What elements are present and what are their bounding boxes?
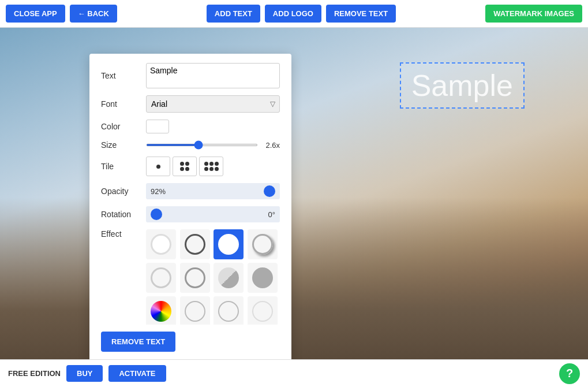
free-edition-label: FREE EDITION [8,369,61,378]
effect-3b-circle [185,301,205,322]
text-row: Text Sample [101,63,280,88]
effect-2b[interactable] [180,263,210,293]
add-text-button[interactable]: ADD TEXT [207,5,260,23]
watermark-sample-text: Sample [411,69,513,102]
tile-row: Tile [101,157,280,176]
effect-3a[interactable] [146,296,176,325]
watermark-preview[interactable]: Sample [400,62,525,109]
close-app-button[interactable]: CLOSE APP [6,5,65,23]
opacity-circle [264,185,275,197]
color-picker[interactable] [146,120,169,133]
dot3 [180,167,184,171]
main-area: Sample Text Sample Font Arial Times New … [0,28,588,359]
effect-2b-circle [185,267,205,288]
font-select-wrap: Arial Times New Roman Helvetica Verdana … [146,95,280,113]
effect-2d-circle [252,267,273,288]
size-slider-wrap: 2.6x [146,141,280,150]
rotation-control[interactable]: 0° [146,206,280,222]
effect-shadow[interactable] [248,229,278,259]
effect-2c[interactable] [214,263,244,293]
footer: FREE EDITION BUY ACTIVATE ? [0,359,588,387]
effect-wrap [146,229,280,325]
tile-six-dots [204,162,219,171]
effect-3c[interactable] [214,296,244,325]
tile-quad-button[interactable] [173,157,197,176]
activate-button[interactable]: ACTIVATE [108,365,166,382]
color-row: Color [101,120,280,133]
effect-selected[interactable] [214,229,244,259]
effect-2a-circle [151,267,171,288]
effect-3b[interactable] [180,296,210,325]
effect-none[interactable] [146,229,176,259]
tile-single-dot [156,165,160,169]
d1 [204,162,208,166]
add-logo-button[interactable]: ADD LOGO [265,5,321,23]
background-image: Sample Text Sample Font Arial Times New … [0,28,588,359]
dot4 [185,167,189,171]
tile-six-button[interactable] [199,157,223,176]
text-input[interactable]: Sample [146,63,280,88]
font-label: Font [101,99,140,109]
d5 [209,167,214,171]
font-row: Font Arial Times New Roman Helvetica Ver… [101,95,280,113]
size-row: Size 2.6x [101,140,280,150]
opacity-value: 92% [151,187,166,196]
effect-label: Effect [101,229,140,239]
tile-label: Tile [101,162,140,171]
remove-text-button-panel[interactable]: REMOVE TEXT [101,332,175,352]
d3 [215,162,219,166]
rotation-value: 0° [268,210,275,219]
tile-single-button[interactable] [146,157,170,176]
d6 [215,167,219,171]
d2 [209,162,214,166]
size-label: Size [101,140,140,150]
effect-circle-outline [185,234,205,255]
back-button[interactable]: ← BACK [70,5,117,23]
d4 [204,167,208,171]
effect-3a-circle [151,301,171,322]
effect-3c-circle [218,301,239,322]
dot1 [180,162,184,166]
effect-circle-selected [218,234,239,255]
effect-grid [146,229,280,325]
help-button[interactable]: ? [559,363,580,384]
effect-2a[interactable] [146,263,176,293]
opacity-row: Opacity 92% [101,183,280,199]
effect-outline[interactable] [180,229,210,259]
buy-button[interactable]: BUY [66,365,103,382]
color-label: Color [101,122,140,131]
tile-buttons [146,157,223,176]
effect-row: Effect [101,229,280,325]
remove-text-button[interactable]: REMOVE TEXT [326,5,396,23]
opacity-control[interactable]: 92% [146,183,280,199]
settings-panel: Text Sample Font Arial Times New Roman H… [89,54,291,359]
effect-2d[interactable] [248,263,278,293]
rotation-label: Rotation [101,210,140,219]
size-slider[interactable] [146,144,258,146]
effect-3d-circle [252,301,273,322]
text-label: Text [101,71,140,80]
watermark-images-button[interactable]: WATERMARK IMAGES [485,5,582,23]
effect-3d[interactable] [248,296,278,325]
effect-circle-shadow [252,234,273,255]
font-select[interactable]: Arial Times New Roman Helvetica Verdana … [146,95,280,113]
dot2 [185,162,189,166]
size-value: 2.6x [263,141,280,150]
tile-quad-dots [180,162,189,171]
city-overlay [0,198,588,359]
header: CLOSE APP ← BACK ADD TEXT ADD LOGO REMOV… [0,0,588,28]
effect-2c-circle [218,267,239,288]
opacity-label: Opacity [101,187,140,196]
effect-circle-none [151,234,171,255]
rotation-circle [151,209,162,220]
rotation-row: Rotation 0° [101,206,280,222]
